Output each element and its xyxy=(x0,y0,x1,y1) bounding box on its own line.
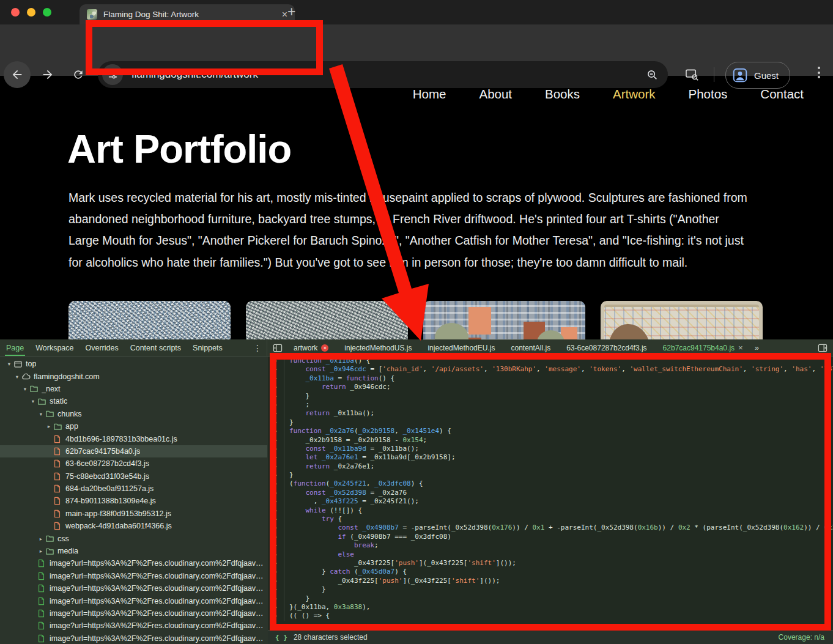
tree-item[interactable]: 4bd1b696-1897831b3bbea01c.js xyxy=(0,432,267,445)
minimize-window-button[interactable] xyxy=(27,8,35,17)
inspect-devices-button[interactable] xyxy=(680,61,703,88)
tree-item[interactable]: ▸app xyxy=(0,420,267,432)
fold-marker[interactable]: - xyxy=(268,401,284,409)
fold-marker[interactable]: - xyxy=(268,418,284,427)
tree-item[interactable]: image?url=https%3A%2F%2Fres.cloudinary.c… xyxy=(0,570,267,582)
fold-marker[interactable]: - xyxy=(268,506,284,515)
fold-marker[interactable]: - xyxy=(268,603,284,612)
devtools-tab-overrides[interactable]: Overrides xyxy=(86,339,119,356)
editor-tab[interactable]: 63-6ce087287b2cd4f3.js xyxy=(558,339,654,356)
fold-marker[interactable]: - xyxy=(268,479,284,488)
chevron-down-icon[interactable]: ▾ xyxy=(21,386,29,392)
tree-item[interactable]: image?url=https%3A%2F%2Fres.cloudinary.c… xyxy=(0,582,267,594)
pretty-print-icon[interactable]: { } xyxy=(275,634,287,642)
forward-button[interactable] xyxy=(34,61,61,88)
chevron-down-icon[interactable]: ▾ xyxy=(37,411,45,417)
fold-marker[interactable]: - xyxy=(268,453,284,462)
editor-tab[interactable]: injectedMethodUS.js xyxy=(336,339,420,356)
tree-item[interactable]: 874-b9011388b1309e4e.js xyxy=(0,495,267,507)
tree-item[interactable]: 63-6ce087287b2cd4f3.js xyxy=(0,457,267,470)
nav-link-artwork[interactable]: Artwork xyxy=(613,87,655,102)
fold-marker[interactable]: - xyxy=(268,436,284,445)
fold-marker[interactable]: - xyxy=(268,497,284,506)
fold-marker[interactable]: - xyxy=(268,427,284,435)
url-text[interactable]: flamingdogshit.com/artwork xyxy=(131,68,646,81)
chevron-right-icon[interactable]: ▸ xyxy=(37,536,45,542)
tree-item[interactable]: 75-c88ebcd31f03e54b.js xyxy=(0,470,267,483)
reload-button[interactable] xyxy=(65,61,92,88)
devtools-tab-workspace[interactable]: Workspace xyxy=(35,339,73,356)
editor-tab[interactable]: 62b7cac94175b4a0.js× xyxy=(655,339,751,356)
fold-marker[interactable]: - xyxy=(268,533,284,541)
fold-marker[interactable]: - xyxy=(268,471,284,479)
more-panel-options-button[interactable]: ⋮ xyxy=(253,343,262,353)
editor-tab[interactable]: artwork× xyxy=(286,339,336,356)
fold-marker[interactable]: - xyxy=(268,559,284,568)
tree-item[interactable]: 684-da20be0af911257a.js xyxy=(0,483,267,495)
devtools-tab-page[interactable]: Page xyxy=(6,339,24,356)
back-button[interactable] xyxy=(4,61,31,88)
tree-item[interactable]: main-app-f38f0d9153b95312.js xyxy=(0,508,267,520)
chevron-right-icon[interactable]: ▸ xyxy=(45,423,53,429)
fold-marker[interactable]: - xyxy=(268,585,284,594)
nav-link-photos[interactable]: Photos xyxy=(689,87,728,102)
chevron-down-icon[interactable]: ▾ xyxy=(13,374,21,380)
tree-item[interactable]: image?url=https%3A%2F%2Fres.cloudinary.c… xyxy=(0,607,267,620)
toggle-debugger-sidebar-icon[interactable] xyxy=(815,344,831,352)
tree-item[interactable]: ▾flamingdogshit.com xyxy=(0,370,267,382)
tree-item[interactable]: ▸media xyxy=(0,545,267,557)
new-tab-button[interactable]: + xyxy=(287,4,295,20)
profile-button[interactable]: Guest xyxy=(725,62,790,89)
tree-item[interactable]: ▸css xyxy=(0,532,267,544)
tree-item[interactable]: webpack-4d91daba601f4366.js xyxy=(0,520,267,532)
nav-link-contact[interactable]: Contact xyxy=(760,87,804,102)
devtools-tab-snippets[interactable]: Snippets xyxy=(193,339,223,356)
fold-marker[interactable]: - xyxy=(268,568,284,576)
tree-item[interactable]: 62b7cac94175b4a0.js xyxy=(0,445,267,457)
fold-marker[interactable]: - xyxy=(268,357,284,365)
fold-marker[interactable]: - xyxy=(268,515,284,524)
nav-link-books[interactable]: Books xyxy=(545,87,580,102)
chevron-down-icon[interactable]: ▾ xyxy=(29,398,37,404)
fold-marker[interactable]: - xyxy=(268,462,284,471)
tree-item[interactable]: image?url=https%3A%2F%2Fres.cloudinary.c… xyxy=(0,632,267,644)
fold-marker[interactable]: - xyxy=(268,541,284,550)
fold-marker[interactable]: - xyxy=(268,612,284,620)
editor-tab[interactable]: contentAll.js xyxy=(503,339,558,356)
more-tabs-button[interactable]: » xyxy=(751,343,763,352)
chevron-right-icon[interactable]: ▸ xyxy=(37,548,45,554)
chevron-down-icon[interactable]: ▾ xyxy=(5,361,13,367)
tree-item[interactable]: ▾static xyxy=(0,395,267,407)
file-tree[interactable]: ▾top▾flamingdogshit.com▾_next▾static▾chu… xyxy=(0,357,267,644)
fold-marker[interactable]: - xyxy=(268,489,284,497)
tree-item[interactable]: ▾top xyxy=(0,358,267,370)
fold-marker[interactable]: - xyxy=(268,594,284,603)
zoom-out-button[interactable] xyxy=(646,69,658,81)
fold-marker[interactable]: - xyxy=(268,577,284,585)
tree-item[interactable]: image?url=https%3A%2F%2Fres.cloudinary.c… xyxy=(0,557,267,569)
browser-tab[interactable]: Flaming Dog Shit: Artwork × xyxy=(80,4,295,24)
toggle-navigator-icon[interactable] xyxy=(270,344,286,352)
tree-item[interactable]: ▾_next xyxy=(0,383,267,395)
devtools-tab-content-scripts[interactable]: Content scripts xyxy=(130,339,181,356)
fold-marker[interactable]: - xyxy=(268,365,284,374)
tree-item[interactable]: ▾chunks xyxy=(0,408,267,420)
browser-menu-button[interactable] xyxy=(814,67,824,78)
close-tab-icon[interactable]: × xyxy=(282,10,287,20)
tree-item[interactable]: image?url=https%3A%2F%2Fres.cloudinary.c… xyxy=(0,594,267,607)
editor-tab[interactable]: injectedMethodEU.js xyxy=(420,339,503,356)
fold-marker[interactable]: - xyxy=(268,524,284,532)
fold-marker[interactable]: - xyxy=(268,374,284,383)
site-settings-button[interactable] xyxy=(102,64,123,85)
url-bar[interactable]: flamingdogshit.com/artwork xyxy=(98,61,668,88)
fold-marker[interactable]: - xyxy=(268,445,284,453)
code-editor[interactable]: -function _0x11ba() {- const _0x946cdc =… xyxy=(268,357,833,631)
tree-item[interactable]: image?url=https%3A%2F%2Fres.cloudinary.c… xyxy=(0,620,267,632)
close-tab-icon[interactable]: × xyxy=(738,343,743,352)
close-window-button[interactable] xyxy=(11,8,20,17)
fold-marker[interactable]: - xyxy=(268,550,284,559)
fold-marker[interactable]: - xyxy=(268,392,284,401)
nav-link-home[interactable]: Home xyxy=(413,87,446,102)
nav-link-about[interactable]: About xyxy=(479,87,512,102)
zoom-window-button[interactable] xyxy=(43,8,51,17)
